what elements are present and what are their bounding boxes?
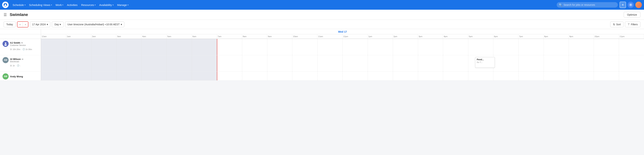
grid-line (393, 55, 393, 71)
off-hours-bg (41, 72, 217, 81)
grid-line (166, 72, 167, 81)
next-button[interactable]: › (23, 22, 28, 27)
grid-line (619, 39, 619, 55)
svg-text:⚙: ⚙ (630, 4, 632, 6)
svg-point-5 (4, 44, 7, 46)
grid-line (544, 39, 544, 55)
hour-label-7pm: 7pm (518, 34, 544, 39)
grid-line (569, 39, 569, 55)
resources-chevron-icon: ▾ (95, 4, 96, 6)
filter-button[interactable]: ⊤ Filters (625, 21, 640, 27)
page-title: Swimlane (10, 12, 28, 17)
nav-scheduling-views[interactable]: Scheduling Views ▾ (27, 2, 54, 7)
resource-row: AWAndy Wong (0, 72, 644, 81)
resource-role-al-wilson: Electrician (10, 60, 23, 63)
grid-line (41, 72, 41, 81)
logo[interactable] (2, 1, 8, 8)
drive-time-aj-smith: 10h 20m (12, 48, 20, 50)
current-time-line (217, 55, 217, 71)
current-time-line (217, 39, 217, 55)
view-chevron-icon: ▾ (60, 23, 61, 26)
grid-line (192, 39, 192, 55)
hours-header: 12am1am2am3am4am5am6am7am8am9am10am11am1… (0, 34, 644, 39)
event-subtitle: No T... (477, 61, 493, 63)
grid-line (66, 39, 66, 55)
top-navigation: Schedule ▾ Scheduling Views ▾ Work ▾ Act… (0, 0, 644, 10)
grid-line (192, 55, 192, 71)
work-chevron-icon: ▾ (62, 4, 63, 6)
resource-role-aj-smith: Customer Service (10, 44, 26, 46)
toolbar-right: ⇅ Sort ⊤ Filters (610, 21, 640, 27)
grid-line (66, 55, 66, 71)
resource-info-aj-smith: AJ Smith⇒Customer Service🗓10h 20m🕐1h 30m (0, 39, 41, 55)
nav-work[interactable]: Work ▾ (54, 2, 65, 7)
resource-row: AJ Smith⇒Customer Service🗓10h 20m🕐1h 30m (0, 39, 644, 55)
grid-line (267, 39, 268, 55)
user-avatar[interactable] (636, 1, 642, 8)
event-title: Pend... (477, 58, 493, 61)
hour-label-10am: 10am (292, 34, 317, 39)
sort-icon: ⇅ (613, 23, 615, 26)
grid-line (342, 39, 343, 55)
filter-icon: ⊤ (628, 23, 630, 26)
search-input[interactable] (557, 2, 618, 7)
grid-line (544, 72, 544, 81)
grid-line (317, 39, 318, 55)
grid-line (493, 39, 494, 55)
avatar-al-wilson: AW (2, 57, 8, 63)
scheduling-views-chevron-icon: ▾ (51, 4, 52, 6)
hour-label-11am: 11am (317, 34, 342, 39)
today-button[interactable]: Today (4, 21, 16, 27)
search-wrapper: 🔍 (557, 2, 618, 7)
grid-line (342, 55, 343, 71)
hour-label-4pm: 4pm (443, 34, 468, 39)
hour-label-1am: 1am (66, 34, 91, 39)
grid-line (569, 72, 569, 81)
add-button[interactable]: + (620, 1, 626, 8)
hour-label-10pm: 10pm (594, 34, 619, 39)
grid-line (393, 72, 393, 81)
event-card-al-wilson[interactable]: Pend...No T... (475, 57, 495, 68)
job-time-al-wilson: - (20, 65, 21, 67)
hour-label-4am: 4am (142, 34, 166, 39)
date-picker-button[interactable]: 17 Apr 2024 ▾ (30, 21, 50, 27)
nav-resources[interactable]: Resources ▾ (80, 2, 98, 7)
timezone-button[interactable]: User timezone (Australia/Hobart) +10:00 … (65, 21, 124, 27)
hour-label-9am: 9am (267, 34, 292, 39)
hour-label-2am: 2am (91, 34, 116, 39)
hour-label-9pm: 9pm (568, 34, 594, 39)
optimize-button[interactable]: Optimize (624, 12, 640, 17)
current-time-line (217, 72, 217, 81)
hour-label-5pm: 5pm (468, 34, 493, 39)
grid-line (317, 55, 318, 71)
hour-label-12am: 12am (41, 34, 66, 39)
sort-button[interactable]: ⇅ Sort (610, 21, 624, 27)
clock-icon: 🕐 (22, 48, 25, 50)
main-content: Wed 17 12am1am2am3am4am5am6am7am8am9am10… (0, 29, 644, 155)
view-selector-button[interactable]: Day ▾ (52, 21, 64, 27)
grid-line (569, 55, 569, 71)
hamburger-icon[interactable]: ☰ (4, 12, 7, 17)
grid-line (166, 39, 167, 55)
grid-line (418, 39, 418, 55)
grid-line (192, 72, 192, 81)
grid-line (242, 39, 242, 55)
resource-arrow-icon-aj-smith: ⇒ (21, 41, 23, 44)
nav-manage[interactable]: Manage ▾ (115, 2, 130, 7)
nav-activities[interactable]: Activities (65, 2, 79, 7)
notifications-avatar[interactable]: ⚙ (628, 1, 634, 8)
hour-label-6am: 6am (192, 34, 217, 39)
drive-icon: 🗓 (10, 48, 12, 50)
svg-point-4 (5, 42, 6, 44)
timezone-chevron-icon: ▾ (121, 23, 122, 26)
date-header-label: Wed 17 (338, 30, 347, 33)
nav-schedule[interactable]: Schedule ▾ (11, 2, 27, 7)
hour-label-1pm: 1pm (368, 34, 393, 39)
resource-name-aj-smith: AJ Smith (10, 41, 20, 44)
nav-availability[interactable]: Availability ▾ (98, 2, 115, 7)
drive-time-al-wilson: 1h (12, 65, 15, 67)
avatar-andy-wong: AW (2, 73, 8, 79)
prev-button[interactable]: ‹ (18, 22, 23, 27)
resource-row: AWAl Wilson⇒Electrician🗓1h🕐-Pend...No T.… (0, 55, 644, 72)
schedule-chevron-icon: ▾ (24, 4, 26, 6)
